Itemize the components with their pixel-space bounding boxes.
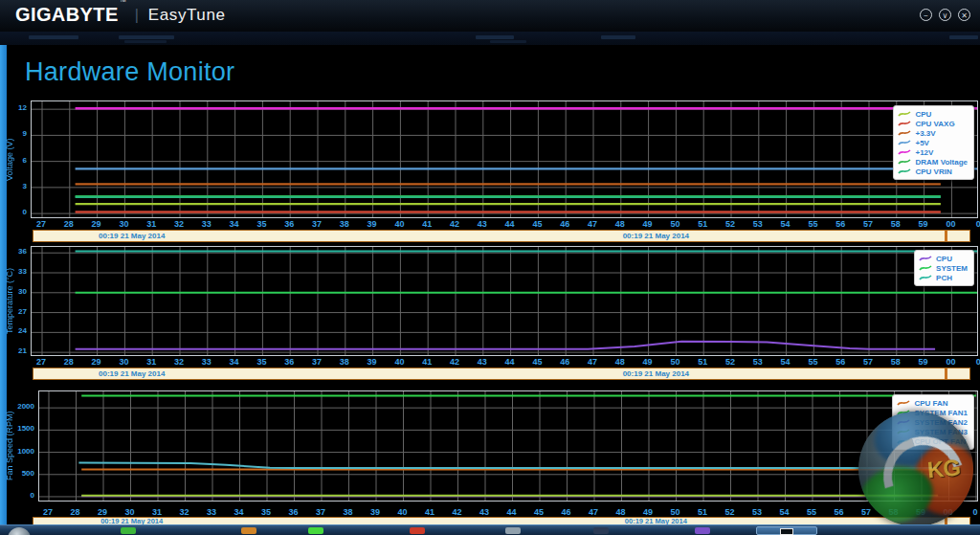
timeline-divider[interactable]	[945, 231, 947, 241]
x-tick-label: 00	[941, 357, 960, 367]
y-tick-label: 0	[2, 208, 27, 216]
x-tick-label: 34	[230, 507, 249, 517]
x-tick-label: 28	[66, 507, 85, 517]
x-tick-label: 35	[256, 507, 276, 517]
legend-line-swatch	[897, 428, 910, 435]
x-tick-label: 44	[501, 357, 520, 367]
x-tick-label: 35	[252, 219, 271, 229]
timeline-timestamp: 00:19 21 May 2014	[623, 368, 689, 379]
minimize-button[interactable]: −	[920, 9, 932, 21]
x-tick-label: 51	[693, 507, 712, 517]
x-tick-label: 49	[638, 219, 657, 229]
x-tick-label: 52	[721, 507, 740, 517]
x-tick-label: 0	[969, 219, 980, 229]
taskbar-icon[interactable]	[505, 527, 521, 534]
x-tick-label: 58	[886, 357, 905, 367]
voltage-chart	[31, 100, 978, 218]
legend-item: CPU FAN	[897, 398, 968, 408]
temperature-chart	[31, 246, 978, 356]
legend-line-swatch	[898, 158, 911, 166]
x-tick-label: 56	[831, 357, 850, 367]
x-tick-label: 37	[307, 219, 326, 229]
taskbar-icon[interactable]	[121, 527, 136, 534]
x-tick-label: 43	[473, 357, 492, 367]
x-tick-label: 31	[142, 357, 161, 367]
windows-taskbar[interactable]	[0, 524, 980, 535]
y-tick-label: 9	[2, 129, 27, 138]
x-tick-label: 0	[966, 507, 980, 517]
taskbar-icon[interactable]	[410, 527, 425, 534]
legend-label: CPU VAXG	[915, 120, 954, 128]
y-tick-label: 12	[2, 103, 27, 112]
legend-item: CPU	[898, 109, 968, 119]
legend-line-swatch	[897, 418, 910, 426]
timeline-timestamp: 00:19 21 May 2014	[99, 231, 165, 241]
x-tick-label: 55	[803, 357, 822, 367]
y-tick-label: 2000	[10, 402, 34, 411]
x-tick-label: 40	[393, 507, 412, 517]
x-tick-label: 47	[583, 357, 602, 367]
x-tick-label: 53	[748, 357, 768, 367]
x-tick-label: 35	[252, 357, 271, 367]
legend-label: CPU OPT FAN	[914, 437, 966, 446]
taskbar-icon[interactable]	[695, 527, 710, 534]
legend-label: SYSTEM FAN2	[914, 418, 968, 427]
x-tick-label: 56	[831, 219, 850, 229]
taskbar-icon[interactable]	[593, 527, 609, 534]
x-tick-label: 50	[666, 507, 685, 517]
legend-line-swatch	[897, 409, 910, 416]
x-tick-label: 33	[197, 219, 216, 229]
x-tick-label: 27	[32, 219, 51, 229]
timeline-divider[interactable]	[945, 518, 947, 524]
x-tick-label: 56	[830, 507, 849, 517]
x-tick-label: 40	[390, 357, 409, 367]
x-tick-label: 00	[939, 507, 958, 517]
x-tick-label: 50	[665, 357, 684, 367]
x-tick-label: 42	[445, 357, 464, 367]
x-tick-label: 27	[32, 357, 51, 367]
x-tick-label: 42	[445, 219, 464, 229]
y-tick-label: 30	[2, 287, 27, 296]
collapse-button[interactable]: ∨	[939, 9, 951, 21]
start-orb[interactable]	[8, 527, 31, 535]
y-tick-label: 500	[10, 469, 34, 478]
easytune-window: GIGABYTE™ | EasyTune − ∨ ✕ Hardware Moni…	[0, 0, 980, 535]
legend-item: CPU VAXG	[898, 119, 968, 128]
x-tick-label: 38	[335, 219, 354, 229]
x-tick-label: 46	[557, 507, 576, 517]
app-logo: GIGABYTE™ | EasyTune	[15, 4, 226, 26]
legend-label: SYSTEM FAN1	[914, 409, 968, 417]
x-tick-label: 46	[555, 219, 574, 229]
x-tick-label: 49	[638, 507, 657, 517]
easytune-logo: EasyTune	[148, 6, 226, 25]
page-title: Hardware Monitor	[25, 57, 234, 87]
x-tick-label: 37	[311, 507, 330, 517]
timeline-timestamp: 00:19 21 May 2014	[623, 231, 689, 241]
x-tick-label: 30	[121, 507, 140, 517]
timeline-divider[interactable]	[945, 368, 947, 379]
x-tick-label: 39	[363, 357, 382, 367]
legend-line-swatch	[898, 129, 911, 137]
legend-line-swatch	[897, 399, 910, 407]
x-tick-label: 48	[612, 507, 631, 517]
voltage-timeline-band[interactable]: 00:19 21 May 201400:19 21 May 2014	[33, 230, 970, 242]
timeline-timestamp: 00:19 21 May 2014	[625, 518, 687, 524]
legend-line-swatch	[898, 120, 911, 127]
x-tick-label: 36	[279, 219, 299, 229]
temperature-series-cpu	[76, 342, 936, 349]
close-button[interactable]: ✕	[958, 9, 970, 21]
legend-item: +5V	[898, 138, 968, 147]
x-tick-label: 55	[802, 507, 821, 517]
taskbar-icon[interactable]	[308, 527, 323, 534]
x-tick-label: 51	[693, 357, 712, 367]
taskbar-icon[interactable]	[241, 527, 256, 534]
legend-line-swatch	[919, 255, 932, 262]
legend-line-swatch	[898, 167, 911, 175]
x-tick-label: 45	[527, 357, 546, 367]
x-tick-label: 32	[175, 507, 194, 517]
x-tick-label: 29	[87, 219, 106, 229]
active-taskbar-button[interactable]	[756, 526, 817, 535]
y-tick-label: 24	[2, 326, 27, 335]
x-tick-label: 49	[638, 357, 657, 367]
temperature-timeline-band[interactable]: 00:19 21 May 201400:19 21 May 2014	[33, 368, 970, 380]
